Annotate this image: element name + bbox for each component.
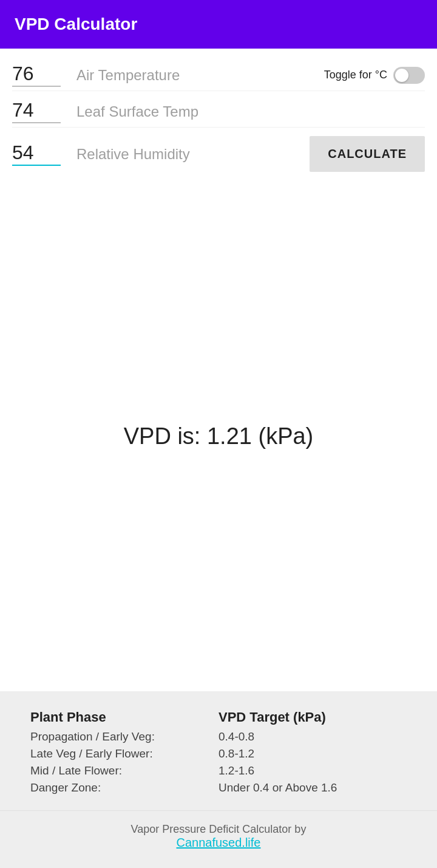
air-temp-row: Air Temperature Toggle for °C (12, 55, 425, 91)
humidity-field-wrap (12, 142, 67, 166)
footer-section: Vapor Pressure Deficit Calculator by Can… (0, 810, 437, 868)
vpd-result: VPD is: 1.21 (kPa) (124, 423, 314, 449)
ref-phase-2: Mid / Late Flower: (30, 764, 218, 777)
air-temp-input[interactable] (12, 63, 61, 87)
ref-col-phase-header: Plant Phase (30, 709, 218, 725)
reference-section: Plant Phase VPD Target (kPa) Propagation… (0, 691, 437, 810)
ref-phase-3: Danger Zone: (30, 781, 218, 795)
leaf-temp-input[interactable] (12, 100, 61, 123)
ref-target-0: 0.4-0.8 (218, 730, 407, 743)
air-temp-label: Air Temperature (76, 67, 324, 84)
footer-link[interactable]: Cannafused.life (12, 836, 425, 850)
ref-target-3: Under 0.4 or Above 1.6 (218, 781, 407, 795)
result-section: VPD is: 1.21 (kPa) (0, 182, 437, 691)
humidity-label: Relative Humidity (76, 146, 310, 163)
ref-header-row: Plant Phase VPD Target (kPa) (30, 709, 407, 725)
ref-target-2: 1.2-1.6 (218, 764, 407, 777)
calculate-button[interactable]: CALCULATE (310, 136, 425, 172)
ref-row-0: Propagation / Early Veg: 0.4-0.8 (30, 730, 407, 743)
toggle-label: Toggle for °C (324, 69, 387, 81)
ref-row-3: Danger Zone: Under 0.4 or Above 1.6 (30, 781, 407, 795)
app-title: VPD Calculator (15, 15, 137, 34)
ref-phase-0: Propagation / Early Veg: (30, 730, 218, 743)
leaf-temp-row: Leaf Surface Temp (12, 91, 425, 127)
humidity-row: Relative Humidity CALCULATE (12, 128, 425, 176)
ref-phase-1: Late Veg / Early Flower: (30, 747, 218, 760)
humidity-input[interactable] (12, 142, 61, 166)
air-temp-field-wrap (12, 63, 67, 87)
ref-row-2: Mid / Late Flower: 1.2-1.6 (30, 764, 407, 777)
main-content: Air Temperature Toggle for °C Leaf Surfa… (0, 49, 437, 691)
toggle-slider (393, 67, 425, 84)
ref-col-target-header: VPD Target (kPa) (218, 709, 407, 725)
reference-table: Plant Phase VPD Target (kPa) Propagation… (30, 709, 407, 795)
celsius-toggle-wrap: Toggle for °C (324, 67, 425, 84)
ref-target-1: 0.8-1.2 (218, 747, 407, 760)
leaf-temp-field-wrap (12, 100, 67, 123)
app-header: VPD Calculator (0, 0, 437, 49)
leaf-temp-label: Leaf Surface Temp (76, 103, 425, 120)
ref-row-1: Late Veg / Early Flower: 0.8-1.2 (30, 747, 407, 760)
input-section: Air Temperature Toggle for °C Leaf Surfa… (0, 49, 437, 182)
footer-by-text: Vapor Pressure Deficit Calculator by (12, 823, 425, 836)
celsius-toggle[interactable] (393, 67, 425, 84)
